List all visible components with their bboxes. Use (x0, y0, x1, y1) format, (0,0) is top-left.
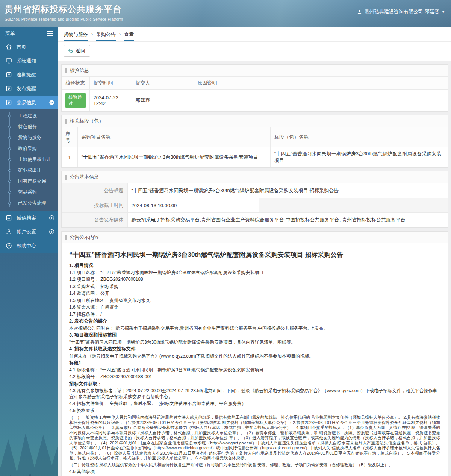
column-header: 核验状态 (62, 77, 89, 90)
document-title: “十四五”酱香酒习水同民坝一期锅炉房3台30th燃气锅炉配套附属设备采购安装项目… (69, 250, 440, 260)
sections-card-title: 相关标段（包） (62, 115, 448, 127)
sidebar-item-label: 首页 (17, 44, 54, 50)
chevron-right-icon (49, 215, 54, 221)
announcement-card-title: 公告公示内容 (62, 232, 448, 243)
breadcrumb-item-goods-services[interactable]: 货物与服务 (64, 31, 88, 41)
page: 贵州省招标投标公共服务平台 GuiZhou Province Tendering… (0, 0, 451, 476)
column-header: 原因说明 (194, 77, 448, 90)
top-header: 贵州省招标投标公共服务平台 GuiZhou Province Tendering… (0, 0, 451, 27)
back-icon (68, 48, 73, 54)
sidebar: 菜单 首页系统通知逾期提醒发布提醒交易信息工程建设特色服务货物与服务政府采购土地… (0, 27, 58, 476)
sidebar-subitem-drug-procurement[interactable]: 药品采购 (0, 187, 58, 198)
sidebar-item-system-notice[interactable]: 系统通知 (0, 54, 58, 68)
document-paragraph: 1.6 资金来源： 自筹资金 (69, 305, 440, 311)
user-menu[interactable]: 贵州弘典建设咨询有限公司-邓廷容 ▾ (357, 0, 451, 15)
info-row: 投标截止时间2024-08-13 10:00:00 (62, 198, 448, 213)
back-button[interactable]: 返回 (64, 45, 90, 57)
sidebar-item-overdue-reminder[interactable]: 逾期提醒 (0, 68, 58, 82)
verify-card-title: 核验信息 (62, 65, 448, 76)
announcement-card: 公告公示内容 “十四五”酱香酒习水同民坝一期锅炉房3台30th燃气锅炉配套附属设… (61, 231, 448, 476)
info-value: 黔云招采电子招标采购交易平台,贵州省国有企业生产资料综合服务平台,中国招投标公共… (127, 213, 448, 227)
sidebar-item-label: 交易信息 (17, 99, 44, 106)
document-paragraph: 4.1 标段名称： “十四五”酱香酒习水同民坝一期锅炉房3台30th燃气锅炉配套… (69, 367, 440, 373)
person-icon (357, 9, 362, 15)
document-paragraph: 4.3 凡有意参加投标者，请于2024-07-22 00:00至2024-07-… (69, 388, 440, 400)
info-filler (259, 198, 448, 213)
document-paragraph: 1.5 项目所在地区： 贵州省遵义市习水县。 (69, 298, 440, 304)
sidebar-landscape (0, 253, 58, 476)
caret-down-icon: ▾ (442, 10, 444, 14)
document-paragraph: 4. 招标文件获取及递交投标文件 (69, 346, 440, 352)
sidebar-nav: 首页系统通知逾期提醒发布提醒交易信息工程建设特色服务货物与服务政府采购土地使用权… (0, 40, 58, 253)
verify-status-cell: 核验通过 (62, 90, 89, 111)
column-header: 提交时间 (89, 77, 132, 90)
info-label: 投标截止时间 (62, 198, 127, 213)
sidebar-subitem-government-procurement[interactable]: 政府采购 (0, 143, 58, 154)
document-paragraph: 招标文件获取： (69, 381, 440, 387)
breadcrumb-separator: › (119, 31, 121, 37)
column-header: 标段（包）名称 (271, 127, 448, 147)
info-row: 公告发布媒体黔云招采电子招标采购交易平台,贵州省国有企业生产资料综合服务平台,中… (62, 213, 448, 227)
sidebar-item-publish-reminder[interactable]: 发布提醒 (0, 82, 58, 96)
breadcrumb-separator: › (91, 31, 93, 37)
sidebar-subitem-published-announcements[interactable]: 已发公告处理 (0, 198, 58, 209)
info-label: 公告标题 (62, 183, 127, 198)
sidebar-subitem-land-use-rights[interactable]: 土地使用权出让 (0, 154, 58, 165)
verify-table: 核验状态提交时间提交人原因说明 核验通过2024-07-22 12:42邓廷容 (62, 76, 448, 111)
table-row: 1“十四五”酱香酒习水同民坝一期锅炉房3台30th燃气锅炉配套附属设备采购安装项… (62, 147, 448, 167)
sidebar-item-label: 帐户设置 (17, 229, 44, 235)
document-paragraph: 1.7 招标条件： / (69, 312, 440, 318)
column-header: 提交人 (132, 77, 194, 90)
info-row: 公告标题“十四五”酱香酒习水同民坝一期锅炉房3台30th燃气锅炉配套附属设备采购… (62, 183, 448, 198)
table-row: 核验通过2024-07-22 12:42邓廷容 (62, 90, 448, 111)
hamburger-icon[interactable] (46, 31, 53, 36)
breadcrumb-item-view[interactable]: 查看 (124, 31, 134, 41)
sidebar-item-label: 系统通知 (17, 58, 54, 64)
sidebar-menu-header: 菜单 (0, 27, 58, 40)
sidebar-subitem-featured-services[interactable]: 特色服务 (0, 121, 58, 132)
document-paragraph: 1.2 项目编号： ZBCG202407000188 (69, 277, 440, 283)
user-name: 贵州弘典建设咨询有限公司-邓廷容 (365, 8, 439, 15)
basic-info-card: 公告基本信息 公告标题“十四五”酱香酒习水同民坝一期锅炉房3台30th燃气锅炉配… (61, 171, 448, 228)
table-cell: 1 (62, 147, 77, 167)
sidebar-item-home[interactable]: 首页 (0, 40, 58, 54)
sections-table: 序号采购项目名称标段（包）名称 1“十四五”酱香酒习水同民坝一期锅炉房3台30t… (62, 127, 448, 167)
announcement-document: “十四五”酱香酒习水同民坝一期锅炉房3台30th燃气锅炉配套附属设备采购安装项目… (62, 243, 448, 476)
table-cell: “十四五”酱香酒习水同民坝一期锅炉房3台30th燃气锅炉配套附属设备采购安装项目 (271, 147, 448, 167)
sections-card: 相关标段（包） 序号采购项目名称标段（包）名称 1“十四五”酱香酒习水同民坝一期… (61, 115, 448, 168)
info-value: “十四五”酱香酒习水同民坝一期锅炉房3台30th燃气锅炉配套附属设备采购安装项目… (127, 183, 448, 198)
sidebar-item-help-center[interactable]: ?帮助中心 (0, 239, 58, 253)
site-title: 贵州省招标投标公共服务平台 (5, 3, 123, 15)
sidebar-item-trade-info[interactable]: 交易信息 (0, 96, 58, 109)
basic-info-card-title: 公告基本信息 (62, 171, 448, 183)
back-label: 返回 (76, 47, 85, 54)
sidebar-item-label: 诚信档案 (17, 215, 44, 221)
sidebar-subitem-project-construction[interactable]: 工程建设 (0, 111, 58, 121)
info-label: 公告发布媒体 (62, 213, 127, 227)
sidebar-subitem-mining-rights[interactable]: 矿业权出让 (0, 165, 58, 176)
document-paragraph: 本次招标公告同时在： 黔云招采电子招标采购交易平台,贵州省国有企业生产资料综合服… (69, 326, 440, 332)
document-paragraph: 1.4 邀请范围： 公开 (69, 291, 440, 297)
sidebar-item-label: 逾期提醒 (17, 71, 54, 78)
sidebar-subitem-goods-services[interactable]: 货物与服务 (0, 132, 58, 143)
breadcrumb-item-purchase-announcement[interactable]: 采购公告 (96, 31, 116, 41)
sidebar-subitem-state-property-trade[interactable]: 国有产权交易 (0, 176, 58, 187)
doc-icon (6, 85, 12, 92)
help-icon: ? (6, 243, 12, 249)
document-body: 1. 项目情况1.1 项目名称： “十四五”酱香酒习水同民坝一期锅炉房3台30t… (69, 263, 440, 476)
doc-icon (6, 99, 12, 106)
sidebar-item-credit-archive[interactable]: 诚信档案 (0, 211, 58, 225)
document-paragraph: “十四五”酱香酒习水同民坝一期锅炉房3台30th燃气锅炉配套附属设备采购安装项目… (69, 340, 440, 346)
verify-time-cell: 2024-07-22 12:42 (89, 90, 132, 111)
document-paragraph: 1.3 采购方式： 招标采购 (69, 284, 440, 290)
basic-info-table: 公告标题“十四五”酱香酒习水同民坝一期锅炉房3台30th燃气锅炉配套附属设备采购… (62, 183, 448, 227)
sidebar-item-account-settings[interactable]: 帐户设置 (0, 225, 58, 239)
document-paragraph: 1.1 项目名称： “十四五”酱香酒习水同民坝一期锅炉房3台30th燃气锅炉配套… (69, 270, 440, 276)
user-icon (6, 229, 12, 235)
verify-card: 核验信息 核验状态提交时间提交人原因说明 核验通过2024-07-22 12:4… (61, 64, 448, 112)
list-icon (6, 215, 12, 221)
info-value: 2024-08-13 10:00:00 (127, 198, 259, 213)
breadcrumb-bar: 货物与服务›采购公告›查看 (58, 27, 451, 42)
document-paragraph: 2. 发布公告的媒介 (69, 318, 440, 324)
menu-label: 菜单 (5, 30, 15, 37)
